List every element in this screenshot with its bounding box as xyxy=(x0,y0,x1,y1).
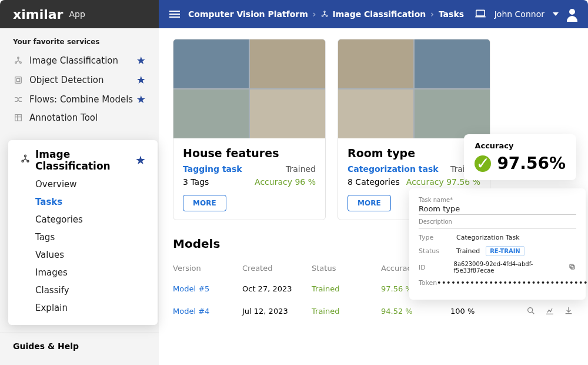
copy-icon[interactable] xyxy=(569,263,576,271)
svg-rect-15 xyxy=(571,266,574,269)
model-status: Trained xyxy=(312,284,381,293)
description-label: Description xyxy=(419,218,576,229)
nav-values[interactable]: Values xyxy=(20,246,146,264)
table-row: Model #4 Jul 12, 2023 Trained 94.52 % 10… xyxy=(173,300,574,322)
svg-point-12 xyxy=(25,155,26,157)
col-created: Created xyxy=(242,264,312,273)
task-type[interactable]: Tagging task xyxy=(183,164,242,174)
user-name[interactable]: John Connor xyxy=(495,9,544,19)
flows-icon xyxy=(13,94,24,105)
sidebar-item-flows[interactable]: Flows: Combine Models ★ xyxy=(0,89,159,109)
task-name-input[interactable]: Room type xyxy=(419,204,576,215)
task-type[interactable]: Categorization task xyxy=(348,164,439,174)
sidebar-header: Your favorite services xyxy=(0,34,159,51)
svg-point-11 xyxy=(528,308,533,313)
logo-area: ximilar App xyxy=(0,0,159,28)
chevron-right-icon: › xyxy=(313,9,316,19)
chevron-right-icon: › xyxy=(430,9,434,19)
float-nav-title: Image Classification xyxy=(35,148,135,172)
type-label: Type xyxy=(419,234,456,241)
download-icon[interactable] xyxy=(563,306,574,316)
sidebar-item-label: Flows: Combine Models xyxy=(29,94,133,105)
chart-icon[interactable] xyxy=(544,306,555,316)
svg-rect-16 xyxy=(570,264,573,268)
nav-categories[interactable]: Categories xyxy=(20,211,146,228)
top-bar: ximilar App Computer Vision Platform › I… xyxy=(0,0,588,28)
card-title: Room type xyxy=(348,147,480,160)
menu-icon[interactable] xyxy=(169,11,180,18)
nav-bar: Computer Vision Platform › Image Classif… xyxy=(159,0,588,28)
task-name-label: Task name* xyxy=(419,197,576,203)
sidebar-item-label: Image Classification xyxy=(29,55,118,66)
annotation-icon xyxy=(13,112,24,123)
more-button[interactable]: MORE xyxy=(183,195,226,211)
card-title: House features xyxy=(183,147,316,160)
brand-logo: ximilar xyxy=(13,7,63,22)
nav-explain[interactable]: Explain xyxy=(20,299,146,317)
accuracy-popup: Accuracy ✓ 97.56% xyxy=(464,134,576,180)
retrain-button[interactable]: RE-TRAIN xyxy=(486,246,524,256)
sidebar-item-classification[interactable]: Image Classification ★ xyxy=(0,51,159,70)
model-created: Oct 27, 2023 xyxy=(242,284,312,293)
breadcrumb-leaf[interactable]: Tasks xyxy=(439,9,464,19)
inspect-icon[interactable] xyxy=(526,306,536,316)
token-label: Token xyxy=(419,279,437,287)
model-status: Trained xyxy=(312,307,381,316)
svg-rect-9 xyxy=(15,115,22,121)
card-thumbnail xyxy=(338,39,490,138)
task-card-house[interactable]: House features Tagging task Trained 3 Ta… xyxy=(173,39,326,220)
star-icon[interactable]: ★ xyxy=(135,153,146,167)
model-progress: 100 % xyxy=(450,307,503,316)
task-count: 3 Tags xyxy=(183,177,209,187)
classification-icon xyxy=(13,55,24,66)
accuracy-label: Accuracy xyxy=(475,141,566,150)
col-version: Version xyxy=(173,264,242,273)
check-icon: ✓ xyxy=(475,155,491,172)
accuracy-value: 97.56% xyxy=(497,154,566,173)
task-accuracy: Accuracy 96 % xyxy=(255,177,316,187)
star-icon[interactable]: ★ xyxy=(136,93,146,105)
star-icon[interactable]: ★ xyxy=(136,74,146,86)
id-value: 8a623009-92ed-4fd4-abdf-f5e33f87ecae xyxy=(454,261,565,274)
floating-side-nav: Image Classification ★ Overview Tasks Ca… xyxy=(8,140,158,325)
svg-point-4 xyxy=(18,57,19,59)
col-status: Status xyxy=(312,264,381,273)
card-thumbnail xyxy=(173,39,325,138)
nav-images[interactable]: Images xyxy=(20,264,146,281)
sidebar-item-label: Annotation Tool xyxy=(29,112,98,123)
model-created: Jul 12, 2023 xyxy=(242,307,312,316)
task-count: 8 Categories xyxy=(348,177,400,187)
sidebar-guides[interactable]: Guides & Help xyxy=(0,333,159,359)
breadcrumb-mid[interactable]: Image Classification xyxy=(332,9,426,19)
more-button[interactable]: MORE xyxy=(348,195,391,211)
task-detail-panel: Task name* Room type Description Type Ca… xyxy=(409,188,586,300)
model-version[interactable]: Model #5 xyxy=(173,284,242,293)
svg-rect-8 xyxy=(16,78,19,81)
detection-icon xyxy=(13,75,24,85)
model-version[interactable]: Model #4 xyxy=(173,307,242,316)
classification-icon xyxy=(320,10,329,18)
nav-tags[interactable]: Tags xyxy=(20,228,146,246)
id-label: ID xyxy=(419,264,454,271)
star-icon[interactable]: ★ xyxy=(136,54,146,67)
task-status: Trained xyxy=(286,164,316,174)
nav-classify[interactable]: Classify xyxy=(20,281,146,299)
profile-icon[interactable] xyxy=(567,9,577,19)
classification-icon xyxy=(20,154,31,167)
type-value: Categorization Task xyxy=(456,234,520,241)
nav-overview[interactable]: Overview xyxy=(20,175,146,193)
model-accuracy: 94.52 % xyxy=(381,307,450,316)
brand-app: App xyxy=(69,9,85,19)
breadcrumb-root[interactable]: Computer Vision Platform xyxy=(188,9,308,19)
sidebar-item-annotation[interactable]: Annotation Tool xyxy=(0,109,159,127)
status-value: Trained xyxy=(456,247,480,255)
laptop-icon[interactable] xyxy=(475,9,486,20)
svg-rect-3 xyxy=(476,10,484,16)
sidebar-item-label: Object Detection xyxy=(29,75,104,85)
sidebar-item-detection[interactable]: Object Detection ★ xyxy=(0,70,159,89)
svg-rect-7 xyxy=(15,77,22,83)
svg-point-0 xyxy=(324,11,325,12)
nav-tasks[interactable]: Tasks xyxy=(20,193,146,211)
status-label: Status xyxy=(419,247,456,255)
chevron-down-icon[interactable] xyxy=(553,12,559,16)
